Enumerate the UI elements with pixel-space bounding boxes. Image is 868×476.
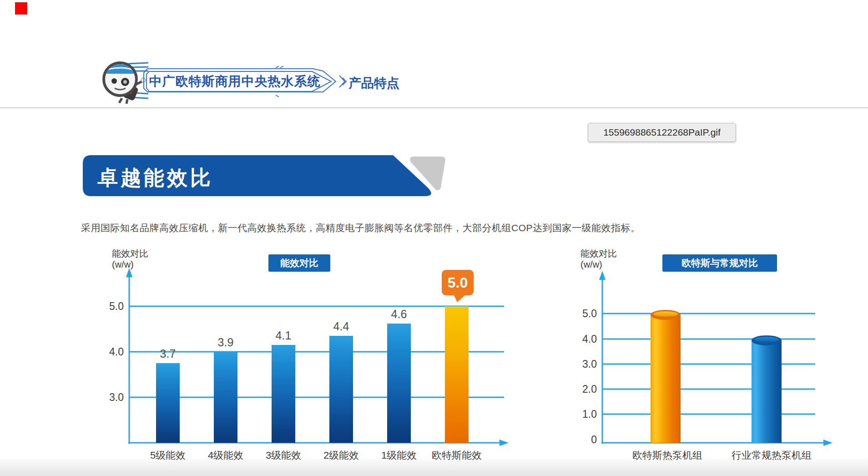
- y-axis-arrow: [126, 268, 132, 277]
- bar-grade4: 3.9: [214, 352, 237, 443]
- frame-chevron-1: [339, 76, 345, 87]
- y-axis-arrow: [599, 271, 606, 280]
- bar-value-label: 3.9: [214, 336, 237, 349]
- section-title: 卓越能效比: [97, 164, 213, 192]
- y-tick: 4.0: [578, 333, 597, 345]
- y-tick: 0: [578, 434, 597, 446]
- brand-banner-label: 中广欧特斯商用中央热水系统: [154, 66, 316, 97]
- y-tick: 5.0: [105, 300, 124, 313]
- bar-grade1: 4.6: [387, 324, 411, 443]
- section-title-banner: 卓越能效比: [81, 153, 450, 198]
- mascot-legs: [119, 98, 127, 104]
- tab-product-features: 产品特点: [348, 75, 399, 92]
- y-tick: 4.0: [105, 346, 124, 358]
- bottom-fade: [0, 457, 868, 476]
- page: 中广欧特斯商用中央热水系统 产品特点 1559698865122268PaIP.…: [0, 0, 868, 476]
- red-indicator: [15, 2, 27, 15]
- cylinder-outes: [651, 315, 681, 443]
- cylinder-conventional: [752, 340, 782, 443]
- axes: [578, 248, 856, 466]
- outes-value-callout: 5.0: [442, 270, 474, 295]
- y-tick: 1.0: [578, 408, 597, 420]
- cylinder-top-highlight: [754, 337, 779, 342]
- bar-value-label: 4.1: [272, 329, 295, 342]
- bar-value-label: 3.7: [156, 347, 180, 360]
- brand-banner: 中广欧特斯商用中央热水系统: [139, 66, 358, 97]
- bar-grade5: 3.7: [156, 363, 180, 443]
- cylinder-top: [651, 310, 681, 320]
- y-tick: 5.0: [578, 308, 597, 320]
- section-description: 采用国际知名品牌高效压缩机，新一代高效换热系统，高精度电子膨胀阀等名优零部件，大…: [81, 222, 800, 234]
- y-tick: 3.0: [105, 391, 124, 404]
- x-axis-arrow: [500, 440, 509, 446]
- bar-value-label: 4.6: [387, 308, 411, 321]
- mascot-eye-glint: [123, 80, 127, 84]
- y-tick: 2.0: [578, 383, 597, 395]
- chart-efficiency-comparison: 能效对比 (w/w) 能效对比 5.0 4.0 3.0 3.7 3.9 4.1: [105, 248, 514, 466]
- mascot-eye-left: [111, 78, 117, 84]
- header-divider: [0, 107, 868, 108]
- cylinder-top-highlight: [653, 311, 678, 317]
- cylinder-top: [752, 335, 782, 345]
- bar-value-label: 4.4: [329, 320, 353, 333]
- y-tick: 3.0: [578, 358, 597, 370]
- chart-outes-vs-conventional: 能效对比 (w/w) 欧特斯与常规对比 5.0 4.0 3.0 2.0 1.0 …: [578, 248, 856, 466]
- bar-outes: [445, 306, 469, 443]
- bar-grade3: 4.1: [272, 345, 295, 443]
- filename-badge: 1559698865122268PaIP.gif: [588, 123, 736, 142]
- bar-grade2: 4.4: [329, 336, 353, 443]
- x-axis-arrow: [823, 440, 833, 446]
